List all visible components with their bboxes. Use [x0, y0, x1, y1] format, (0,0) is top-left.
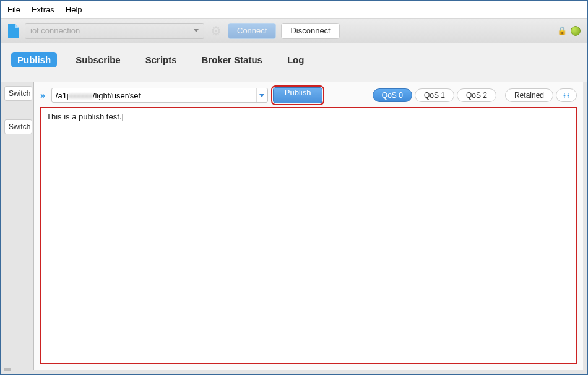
svg-point-1 [568, 95, 569, 97]
options-gear-pill[interactable] [556, 88, 577, 102]
sidebar-switch-1[interactable]: Switch [4, 86, 32, 101]
settings-gear-icon[interactable]: ⚙ [209, 24, 223, 38]
menu-help[interactable]: Help [66, 5, 82, 14]
expand-chevron-icon[interactable]: » [40, 90, 46, 100]
svg-point-0 [564, 95, 566, 97]
qos-1-pill[interactable]: QoS 1 [415, 88, 454, 102]
connection-dropdown[interactable]: iot connection [25, 23, 204, 39]
main-tabbar: Publish Subscribe Scripts Broker Status … [1, 43, 587, 71]
lock-icon: 🔒 [557, 26, 567, 35]
tab-subscribe[interactable]: Subscribe [69, 52, 127, 67]
file-icon [7, 23, 20, 39]
qos-2-pill[interactable]: QoS 2 [457, 88, 496, 102]
menu-extras[interactable]: Extras [32, 5, 54, 14]
tab-log[interactable]: Log [281, 52, 311, 67]
menu-file[interactable]: File [7, 5, 20, 14]
body-area: Switch Switch » /a1jxxxxxx/light/user/se… [1, 82, 587, 374]
gear-icon [563, 92, 570, 99]
chevron-down-icon [194, 29, 199, 32]
disconnect-button[interactable]: Disconnect [281, 23, 339, 39]
message-text: This is a publish test. [46, 112, 124, 121]
retained-pill[interactable]: Retained [505, 88, 553, 102]
resize-grip[interactable] [4, 368, 11, 371]
chevron-down-icon [259, 94, 264, 97]
connect-button[interactable]: Connect [228, 23, 276, 39]
toolbar: iot connection ⚙ Connect Disconnect 🔒 [1, 19, 587, 43]
topic-row: » /a1jxxxxxx/light/user/set Publish QoS … [34, 82, 583, 108]
left-sidebar: Switch Switch [4, 82, 32, 134]
connection-status-indicator [571, 26, 581, 36]
sidebar-switch-2[interactable]: Switch [4, 119, 32, 134]
message-editor[interactable]: This is a publish test. [40, 107, 577, 364]
status-area: 🔒 [557, 26, 581, 36]
topic-suffix: /light/user/set [93, 91, 141, 100]
qos-group: QoS 0 QoS 1 QoS 2 Retained [373, 88, 577, 102]
connection-placeholder: iot connection [30, 26, 80, 35]
tab-broker-status[interactable]: Broker Status [196, 52, 269, 67]
menubar: File Extras Help [1, 1, 587, 19]
tab-scripts[interactable]: Scripts [139, 52, 183, 67]
publish-button[interactable]: Publish [273, 87, 323, 103]
topic-prefix: /a1j [56, 91, 69, 100]
topic-dropdown-toggle[interactable] [256, 88, 267, 102]
topic-obscured: xxxxxx [69, 91, 93, 100]
topic-input[interactable]: /a1jxxxxxx/light/user/set [51, 88, 268, 103]
qos-0-pill[interactable]: QoS 0 [373, 88, 412, 102]
publish-panel: » /a1jxxxxxx/light/user/set Publish QoS … [33, 82, 583, 370]
tab-publish[interactable]: Publish [11, 52, 57, 67]
